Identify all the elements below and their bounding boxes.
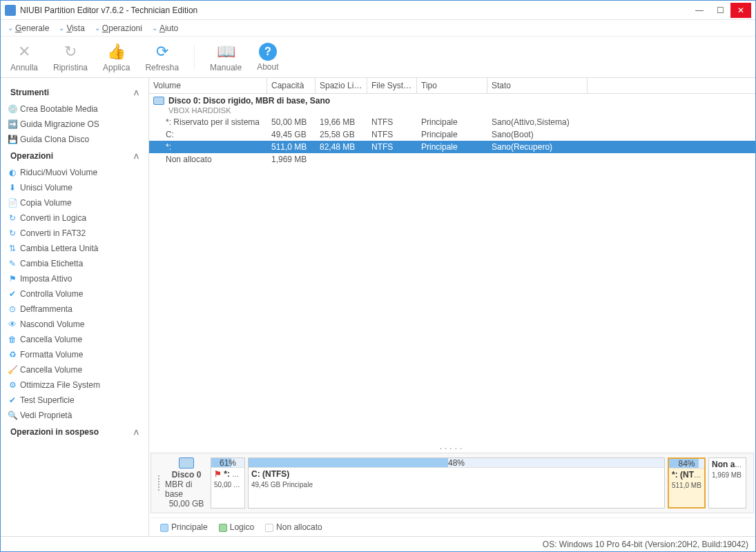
sidebar-op-item[interactable]: ✔Controlla Volume [1,286,148,302]
about-button[interactable]: ?About [257,43,278,72]
op-icon: 📄 [8,198,17,208]
undo-button[interactable]: ✕Annulla [10,42,38,72]
menu-operazioni[interactable]: ⌄Operazioni [95,23,142,33]
cell-volume: *: Riservato per il sistema [149,117,267,127]
sidebar-op-item[interactable]: 🗑Cancella Volume [1,332,148,347]
op-icon: ⊙ [8,304,17,314]
minimize-button[interactable]: — [689,3,710,18]
sidebar-item-label: Unisci Volume [20,183,72,193]
sidebar-op-item[interactable]: ↻Converti in Logica [1,210,148,226]
sidebar-op-item[interactable]: ↻Converti in FAT32 [1,226,148,241]
op-icon: ◐ [8,168,17,177]
sidebar-item-label: Vedi Proprietà [20,411,72,420]
refresh-button[interactable]: ⟳Refresha [145,42,179,72]
grip-handle[interactable] [158,457,162,509]
sidebar-op-item[interactable]: ◐Riduci/Muovi Volume [1,165,148,180]
table-row[interactable]: C:49,45 GB25,58 GBNTFSPrincipaleSano(Boo… [149,128,755,141]
section-strumenti[interactable]: Strumentiᐱ [1,83,148,101]
cell-capacity: 49,45 GB [267,130,316,139]
sidebar-item-label: Controlla Volume [20,289,83,299]
question-icon: ? [259,43,277,61]
sidebar-tool-item[interactable]: ➡️Guida Migrazione OS [1,117,148,132]
cell-status: Sano(Recupero) [487,142,588,152]
col-freespace[interactable]: Spazio Lib... [316,78,367,93]
col-filesystem[interactable]: File System [367,78,417,93]
tool-icon: 💿 [8,104,17,114]
close-button[interactable]: ✕ [730,3,751,18]
disk-icon [153,97,164,105]
sidebar-item-label: Formatta Volume [20,350,83,359]
legend-nonalloc: Non allocato [265,522,322,532]
table-row[interactable]: Non allocato1,969 MB [149,153,755,166]
sidebar-tool-item[interactable]: 💾Guida Clona Disco [1,132,148,147]
section-operazioni[interactable]: Operazioniᐱ [1,147,148,165]
cell-type: Principale [417,117,487,127]
sidebar-op-item[interactable]: ⚙Ottimizza File System [1,377,148,393]
sidebar-op-item[interactable]: ♻Formatta Volume [1,347,148,362]
disk-icon [179,457,194,469]
disk-info[interactable]: Disco 0 MBR di base 50,00 GB [165,457,208,509]
toolbar-separator [194,45,195,70]
table-row[interactable]: *: Riservato per il sistema50,00 MB19,66… [149,116,755,128]
usage-bar: 61% [211,458,244,468]
partition-meta: Non allo...1,969 MB [709,458,746,481]
sidebar-tool-item[interactable]: 💿Crea Bootable Media [1,101,148,117]
sidebar-op-item[interactable]: 🧹Cancella Volume [1,362,148,377]
partition-box[interactable]: 84%*: (NTFS)511,0 MB [668,457,706,509]
op-icon: ⬇ [8,183,17,193]
cell-capacity: 50,00 MB [267,117,316,127]
partition-box[interactable]: 61%⚑ *: Ri...50,00 MB [211,457,245,509]
sidebar-op-item[interactable]: 📄Copia Volume [1,195,148,210]
sidebar-op-item[interactable]: ✔Test Superficie [1,393,148,408]
window-title: NIUBI Partition Editor v7.6.2 - Technici… [20,6,689,15]
cell-type: Principale [417,142,487,152]
sidebar-op-item[interactable]: 👁Nascondi Volume [1,317,148,332]
col-status[interactable]: Stato [487,78,588,93]
table-row[interactable]: *:511,0 MB82,48 MBNTFSPrincipaleSano(Rec… [149,141,755,153]
sidebar-item-label: Crea Bootable Media [20,104,98,114]
sidebar-item-label: Copia Volume [20,198,72,208]
sidebar-op-item[interactable]: ⊙Defframmenta [1,302,148,317]
cell-free: 82,48 MB [316,142,367,152]
col-capacity[interactable]: Capacità [267,78,316,93]
menubar: ⌄Generale ⌄Vista ⌄Operazioni ⌄Aiuto [1,20,755,37]
partition-meta: ⚑ *: Ri...50,00 MB [211,468,244,491]
sidebar-op-item[interactable]: ⚑Imposta Attivo [1,271,148,286]
tool-icon: ➡️ [8,119,17,129]
usage-bar: 84% [669,459,704,469]
chevron-up-icon: ᐱ [134,89,139,97]
op-icon: ✔ [8,289,17,299]
chevron-up-icon: ᐱ [134,428,139,436]
sidebar-item-label: Converti in FAT32 [20,228,86,238]
partition-box[interactable]: 48%C: (NTFS)49,45 GB Principale [248,457,665,509]
cell-fs: NTFS [367,130,417,139]
maximize-button[interactable]: ☐ [710,3,730,18]
cell-volume: *: [149,142,267,152]
cell-capacity: 511,0 MB [267,142,316,152]
cell-fs: NTFS [367,142,417,152]
section-sospeso[interactable]: Operazioni in sospesoᐱ [1,423,148,441]
redo-icon: ↻ [61,42,80,61]
partition-meta: *: (NTFS)511,0 MB [669,469,704,491]
menu-vista[interactable]: ⌄Vista [59,23,84,33]
sidebar-op-item[interactable]: ✎Cambia Etichetta [1,256,148,271]
disk-map: Disco 0 MBR di base 50,00 GB 61%⚑ *: Ri.… [151,453,754,513]
sidebar-op-item[interactable]: ⇅Cambia Lettera Unità [1,241,148,256]
usage-bar: 48% [249,458,664,468]
partition-box[interactable]: Non allo...1,969 MB [708,457,746,509]
redo-button[interactable]: ↻Ripristina [53,42,88,72]
col-type[interactable]: Tipo [417,78,487,93]
splitter[interactable]: ..... [149,440,755,453]
manual-button[interactable]: 📖Manuale [210,42,242,72]
disk-header[interactable]: Disco 0: Disco rigido, MBR di base, Sano [149,94,755,108]
sidebar-op-item[interactable]: ⬇Unisci Volume [1,180,148,195]
toolbar: ✕Annulla ↻Ripristina 👍Applica ⟳Refresha … [1,37,755,78]
sidebar-op-item[interactable]: 🔍Vedi Proprietà [1,408,148,423]
sidebar-item-label: Guida Clona Disco [20,135,89,144]
thumb-icon: 👍 [107,42,126,61]
col-volume[interactable]: Volume [149,78,267,93]
menu-aiuto[interactable]: ⌄Aiuto [152,23,178,33]
op-icon: ⚙ [8,380,17,390]
apply-button[interactable]: 👍Applica [103,42,130,72]
menu-generale[interactable]: ⌄Generale [8,23,49,33]
